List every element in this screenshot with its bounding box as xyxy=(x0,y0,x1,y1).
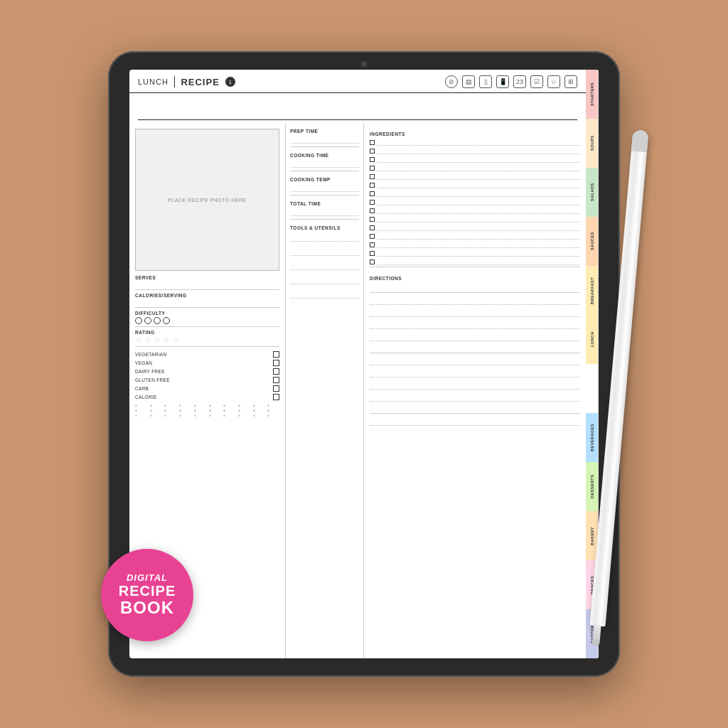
total-time-section: TOTAL TIME xyxy=(290,198,359,220)
cooking-time-line xyxy=(290,158,359,168)
tab-empty xyxy=(586,364,599,413)
dir-line-8 xyxy=(370,368,580,378)
dir-line-2 xyxy=(370,295,580,305)
vegetarian-label: VEGETARIAN xyxy=(135,352,166,357)
star-2[interactable]: ☆ xyxy=(144,336,151,344)
cooking-temp-label: COOKING TEMP xyxy=(290,177,359,182)
dir-line-4 xyxy=(370,319,580,329)
checkbox-vegetarian: VEGETARIAN xyxy=(135,351,279,358)
badge-book-text: BOOK xyxy=(120,599,174,617)
checkbox-calorie: CALORIE xyxy=(135,394,279,400)
ingredients-label: INGREDIENTS xyxy=(370,132,405,136)
difficulty-row: DIFFICULTY xyxy=(135,309,279,327)
ing-row-8 xyxy=(370,198,580,205)
vegan-checkbox[interactable] xyxy=(273,360,279,366)
dir-line-6 xyxy=(370,343,580,353)
header: LUNCH RECIPE 1 ⊘ ▤ ▯ 📱 23 ☑ ☆ ⊞ xyxy=(129,70,586,93)
diff-circle-1[interactable] xyxy=(135,317,142,324)
recipe-label: RECIPE xyxy=(181,77,219,87)
photo-placeholder: PLACE RECIPE PHOTO HERE xyxy=(168,198,247,203)
pencil-top xyxy=(631,129,649,152)
dairy-free-checkbox[interactable] xyxy=(273,368,279,375)
dir-line-5 xyxy=(370,331,580,341)
serves-label: SERVES xyxy=(135,275,279,280)
gluten-free-checkbox[interactable] xyxy=(273,377,279,383)
ingredients-section: INGREDIENTS xyxy=(370,126,580,267)
tools-label: TOOLS & UTENSILS xyxy=(290,225,359,230)
calorie-checkbox[interactable] xyxy=(273,394,279,400)
prep-time-line xyxy=(290,134,359,144)
tab-salads[interactable]: SALADS xyxy=(586,168,599,217)
list-icon[interactable]: ▤ xyxy=(462,75,475,88)
tools-lines xyxy=(290,233,359,299)
difficulty-label: DIFFICULTY xyxy=(135,311,279,316)
star-4[interactable]: ☆ xyxy=(163,336,170,344)
dir-line-9 xyxy=(370,380,580,390)
recipe-badge: 1 xyxy=(225,77,235,87)
tools-line-3 xyxy=(290,262,359,270)
battery-icon[interactable]: ▯ xyxy=(479,75,492,88)
tools-line-5 xyxy=(290,290,359,299)
total-time-line xyxy=(290,206,359,216)
rating-row: RATING ☆ ☆ ☆ ☆ ☆ xyxy=(135,328,279,347)
checkbox-carb: CARB xyxy=(135,385,279,392)
vegetarian-checkbox[interactable] xyxy=(273,351,279,358)
prep-time-label: PREP TIME xyxy=(290,129,359,134)
ing-row-10 xyxy=(370,215,580,223)
digital-badge: DIGITAL RECIPE BOOK xyxy=(101,549,193,641)
header-divider xyxy=(174,76,176,87)
dir-line-7 xyxy=(370,355,580,365)
ipad-screen: LUNCH RECIPE 1 ⊘ ▤ ▯ 📱 23 ☑ ☆ ⊞ xyxy=(129,70,599,658)
tools-line-2 xyxy=(290,247,359,256)
tab-breakfast[interactable]: BREAKFAST xyxy=(586,266,599,315)
ing-row-9 xyxy=(370,207,580,214)
diff-circle-2[interactable] xyxy=(144,317,151,324)
tab-beverages[interactable]: BEVERAGES xyxy=(586,413,599,462)
diff-circle-4[interactable] xyxy=(163,317,170,324)
dir-line-1 xyxy=(370,283,580,293)
badge-recipe-text: RECIPE xyxy=(119,583,176,599)
tab-sauces[interactable]: SAUCES xyxy=(586,217,599,266)
title-line xyxy=(138,100,577,120)
gluten-free-label: GLUTEN FREE xyxy=(135,378,170,382)
ing-row-1 xyxy=(370,139,580,146)
directions-label: DIRECTIONS xyxy=(370,276,402,281)
checklist-icon[interactable]: ☑ xyxy=(530,75,543,88)
compass-icon[interactable]: ⊘ xyxy=(445,75,458,88)
badge-digital-text: DIGITAL xyxy=(127,572,168,583)
photo-area[interactable]: PLACE RECIPE PHOTO HERE xyxy=(135,129,279,271)
tab-starters[interactable]: STARTERS xyxy=(586,70,599,119)
dir-line-10 xyxy=(370,392,580,402)
dir-line-11 xyxy=(370,404,580,414)
calendar-icon[interactable]: 23 xyxy=(513,75,526,88)
calorie-label: CALORIE xyxy=(135,395,157,400)
star-icon[interactable]: ☆ xyxy=(547,75,560,88)
ing-row-11 xyxy=(370,224,580,231)
phone-icon[interactable]: 📱 xyxy=(496,75,509,88)
tab-soups[interactable]: SOUPS xyxy=(586,119,599,168)
rating-label: RATING xyxy=(135,330,279,335)
ing-row-12 xyxy=(370,232,580,240)
star-3[interactable]: ☆ xyxy=(154,336,161,344)
diff-circle-3[interactable] xyxy=(154,317,161,324)
tab-desserts[interactable]: DESSERTS xyxy=(586,462,599,511)
ing-row-7 xyxy=(370,190,580,197)
cooking-time-section: COOKING TIME xyxy=(290,150,359,171)
header-icons: ⊘ ▤ ▯ 📱 23 ☑ ☆ ⊞ xyxy=(445,75,577,88)
star-1[interactable]: ☆ xyxy=(135,336,142,344)
grid-icon[interactable]: ⊞ xyxy=(564,75,577,88)
star-5[interactable]: ☆ xyxy=(172,336,179,344)
carb-checkbox[interactable] xyxy=(273,385,279,392)
checkbox-gluten-free: GLUTEN FREE xyxy=(135,377,279,383)
ing-row-2 xyxy=(370,147,580,154)
prep-time-section: PREP TIME xyxy=(290,126,359,147)
ing-row-6 xyxy=(370,181,580,188)
cooking-time-label: COOKING TIME xyxy=(290,153,359,158)
checkbox-list: VEGETARIAN VEGAN DAIRY FREE xyxy=(129,350,285,402)
scene: LUNCH RECIPE 1 ⊘ ▤ ▯ 📱 23 ☑ ☆ ⊞ xyxy=(44,44,684,684)
vegan-label: VEGAN xyxy=(135,360,152,365)
main-content: LUNCH RECIPE 1 ⊘ ▤ ▯ 📱 23 ☑ ☆ ⊞ xyxy=(129,70,586,658)
calories-label: CALORIES/SERVING xyxy=(135,293,279,298)
lunch-label: LUNCH xyxy=(138,77,168,86)
tab-lunch[interactable]: LUNCH xyxy=(586,315,599,364)
